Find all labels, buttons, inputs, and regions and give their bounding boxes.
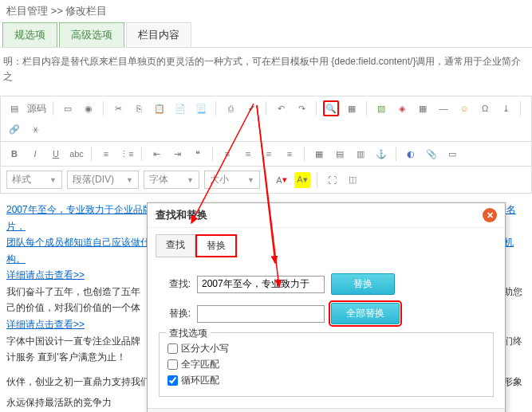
insert-table-icon[interactable]: ▦ (311, 146, 327, 162)
tab-replace[interactable]: 替换 (195, 234, 237, 257)
emoji-icon[interactable]: ☺ (456, 100, 472, 116)
block-select[interactable]: 段落(DIV)▼ (67, 171, 139, 189)
quote-icon[interactable]: ❝ (190, 146, 206, 162)
sep (212, 147, 213, 161)
insert-row-icon[interactable]: ▤ (332, 146, 348, 162)
crumb-sep: >> (51, 5, 63, 17)
preview-icon[interactable]: ◉ (81, 100, 97, 116)
sep (53, 101, 53, 116)
find-options: 查找选项 区分大小写 全字匹配 循环匹配 (159, 332, 494, 397)
dialog-tabs: 查找 替换 (148, 228, 505, 257)
sep (141, 147, 142, 161)
print-icon[interactable]: ⎙ (223, 100, 238, 116)
find-input[interactable] (197, 276, 325, 293)
breadcrumb: 栏目管理 >> 修改栏目 (0, 0, 532, 22)
toolbar-row1: ▤ 源码 ▭ ◉ ✂ ⎘ 📋 📄 📃 ⎙ ✔ ↶ ↷ 🔍 ▦ ▧ ◈ ▦ — ☺… (0, 96, 532, 142)
sep (304, 147, 305, 161)
style-select[interactable]: 样式▼ (6, 171, 62, 189)
opt-whole[interactable]: 全字匹配 (167, 358, 485, 371)
sep (316, 101, 317, 116)
para-3a: 我们奋斗了五年，也创造了五年 (6, 284, 140, 300)
flash-icon[interactable]: ◈ (394, 100, 410, 116)
strike-icon[interactable]: abc (69, 146, 85, 162)
image-icon[interactable]: ▧ (373, 100, 389, 116)
crumb-a[interactable]: 栏目管理 (6, 5, 48, 17)
paste-icon[interactable]: 📋 (152, 100, 167, 116)
dialog-body: 查找: 替换 替换: 全部替换 查找选项 区分大小写 全字匹配 循环匹配 (148, 257, 505, 408)
align-left-icon[interactable]: ≡ (219, 146, 235, 162)
anchor-icon[interactable]: ⚓ (373, 146, 389, 162)
dialog-header[interactable]: 查找和替换 ✕ (148, 203, 505, 228)
sep (520, 101, 521, 116)
paste-text-icon[interactable]: 📄 (172, 100, 188, 116)
loop-checkbox[interactable] (167, 375, 178, 386)
para-7: 伙伴，创业之初一直鼎力支持我们 (6, 374, 150, 390)
find-replace-dialog: 查找和替换 ✕ 查找 替换 查找: 替换 替换: 全部替换 查找选项 区分大小写… (147, 202, 506, 412)
align-center-icon[interactable]: ≡ (240, 146, 256, 162)
pagebreak-icon[interactable]: ⤓ (498, 100, 514, 116)
ol-icon[interactable]: ≡ (98, 146, 114, 162)
special-icon[interactable]: Ω (477, 100, 493, 116)
undo-icon[interactable]: ↶ (273, 100, 289, 116)
text-color-icon[interactable]: A▾ (274, 172, 290, 188)
source-btn[interactable]: ▤ (6, 100, 22, 116)
maximize-icon[interactable]: ⛶ (324, 172, 340, 188)
ul-icon[interactable]: ⋮≡ (119, 146, 135, 162)
italic-icon[interactable]: I (27, 146, 43, 162)
opt-loop[interactable]: 循环匹配 (167, 374, 485, 387)
indent-icon[interactable]: ⇥ (169, 146, 185, 162)
sep (266, 173, 267, 187)
select-all-icon[interactable]: ▦ (344, 100, 360, 116)
unlink-icon[interactable]: ⚹ (27, 121, 43, 137)
dialog-footer: 取消 (148, 408, 505, 412)
replace-input[interactable] (197, 305, 325, 323)
justify-icon[interactable]: ≡ (282, 146, 298, 162)
tab-find[interactable]: 查找 (156, 234, 195, 257)
dialog-title: 查找和替换 (156, 208, 207, 222)
template-icon[interactable]: ▭ (444, 146, 460, 162)
outdent-icon[interactable]: ⇤ (148, 146, 164, 162)
detail-link-1[interactable]: 详细请点击查看>> (6, 269, 85, 282)
tab-advanced[interactable]: 高级选项 (59, 22, 124, 47)
replace-button[interactable]: 替换 (331, 273, 395, 295)
find-label: 查找: (159, 277, 191, 291)
media-icon[interactable]: ◐ (403, 146, 419, 162)
copy-icon[interactable]: ⎘ (131, 100, 147, 116)
case-checkbox[interactable] (167, 343, 178, 354)
sep (215, 101, 216, 116)
close-icon[interactable]: ✕ (483, 208, 497, 222)
new-icon[interactable]: ▭ (60, 100, 76, 116)
blocks-icon[interactable]: ◫ (345, 172, 361, 188)
detail-link-2[interactable]: 详细请点击查看>> (6, 318, 85, 332)
opt-case[interactable]: 区分大小写 (167, 342, 485, 355)
toolbar-row3: 样式▼ 段落(DIV)▼ 字体▼ 大小▼ A▾ A▾ ⛶ ◫ (0, 167, 532, 194)
font-select[interactable]: 字体▼ (144, 171, 199, 189)
paste-word-icon[interactable]: 📃 (193, 100, 209, 116)
tab-basic[interactable]: 规选项 (2, 22, 57, 47)
align-right-icon[interactable]: ≡ (261, 146, 277, 162)
replace-all-button[interactable]: 全部替换 (331, 303, 400, 324)
spell-icon[interactable]: ✔ (243, 100, 259, 116)
cut-icon[interactable]: ✂ (110, 100, 126, 116)
crumb-b: 修改栏目 (65, 5, 107, 17)
para-5: 字体中国设计一直专注企业品牌 (6, 333, 140, 349)
replace-label: 替换: (159, 307, 191, 320)
size-select[interactable]: 大小▼ (204, 171, 260, 189)
table-icon[interactable]: ▦ (415, 100, 431, 116)
tab-content[interactable]: 栏目内容 (126, 22, 191, 47)
sep (366, 101, 367, 116)
attach-icon[interactable]: 📎 (424, 146, 439, 162)
link-icon[interactable]: 🔗 (6, 121, 22, 137)
insert-col-icon[interactable]: ▥ (353, 146, 368, 162)
description: 明：栏目内容是替代原来栏目单独页的更灵活的一种方式，可在栏目模板中用 {dede… (0, 48, 532, 96)
sep (266, 101, 266, 116)
bg-color-icon[interactable]: A▾ (294, 172, 310, 188)
whole-checkbox[interactable] (167, 359, 178, 370)
hr-icon[interactable]: — (435, 100, 451, 116)
sep (103, 101, 104, 116)
bold-icon[interactable]: B (6, 146, 22, 162)
find-replace-icon[interactable]: 🔍 (323, 100, 339, 116)
redo-icon[interactable]: ↷ (294, 100, 309, 116)
underline-icon[interactable]: U (48, 146, 64, 162)
source-label[interactable]: 源码 (27, 102, 46, 116)
